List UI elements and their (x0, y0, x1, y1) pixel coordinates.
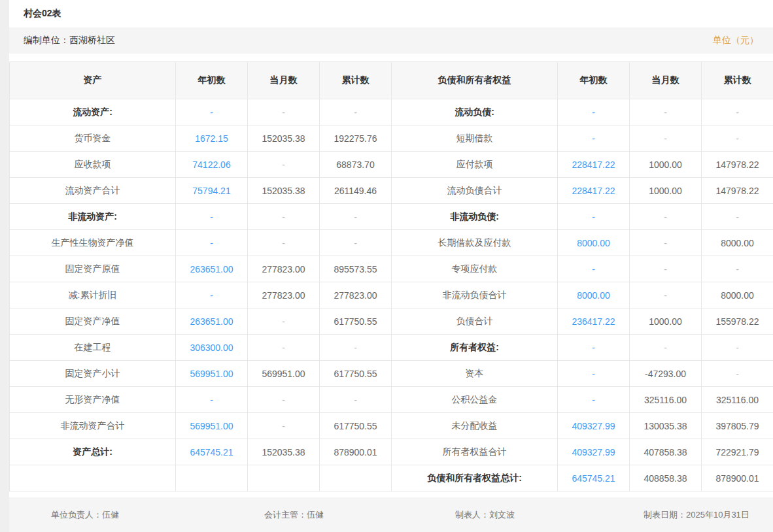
value-year-begin[interactable]: 8000.00 (558, 230, 630, 256)
row-label: 固定资产小计 (10, 361, 176, 387)
column-header: 累计数 (702, 62, 773, 99)
value-cumulative: 325116.00 (702, 387, 773, 413)
value-year-begin[interactable]: 263651.00 (176, 308, 248, 335)
value-year-begin[interactable]: 409327.99 (558, 413, 630, 439)
value-current-month: - (630, 99, 702, 125)
unit-bar: 编制单位：西湖桥社区 单位（元） (9, 27, 773, 54)
value-cumulative: 155978.22 (702, 308, 773, 335)
value-cumulative: 617750.55 (320, 361, 392, 387)
row-label: 流动资产合计 (10, 178, 176, 204)
value-current-month: 408858.38 (630, 465, 702, 491)
signature-footer: 单位负责人：伍健 会计主管：伍健 制表人：刘文波 制表日期：2025年10月31… (9, 497, 773, 532)
value-year-begin: - (176, 282, 248, 308)
value-year-begin[interactable]: 306300.00 (176, 335, 248, 361)
value-year-begin[interactable]: 75794.21 (176, 178, 248, 204)
value-cumulative: 8000.00 (702, 282, 773, 308)
value-cumulative: 261149.46 (320, 178, 392, 204)
value-year-begin[interactable]: 8000.00 (558, 282, 630, 308)
row-label: 非流动负债: (392, 204, 558, 230)
title-bar: 村会02表 (9, 0, 773, 27)
row-label: 资产总计: (10, 439, 176, 465)
value-year-begin[interactable]: 236417.22 (558, 308, 630, 335)
value-year-begin: - (176, 387, 248, 413)
value-cumulative: 277823.00 (320, 282, 392, 308)
value-cumulative: 878900.01 (320, 439, 392, 465)
value-current-month: - (630, 256, 702, 282)
value-current-month: -47293.00 (630, 361, 702, 387)
row-label: 应付款项 (392, 152, 558, 178)
table-row: 生产性生物资产净值---长期借款及应付款8000.00-8000.00 (10, 230, 773, 256)
value-cumulative: 147978.22 (702, 152, 773, 178)
value-cumulative: 895573.55 (320, 256, 392, 282)
table-row: 固定资产小计569951.00569951.00617750.55资本--472… (10, 361, 773, 387)
row-label: 专项应付款 (392, 256, 558, 282)
value-cumulative: - (320, 335, 392, 361)
table-row: 非流动资产:---非流动负债:--- (10, 204, 773, 230)
value-current-month: 1000.00 (630, 178, 702, 204)
value-year-begin: - (558, 361, 630, 387)
value-current-month: 407858.38 (630, 439, 702, 465)
value-year-begin[interactable]: 228417.22 (558, 178, 630, 204)
value-current-month: - (248, 99, 320, 125)
value-current-month: - (630, 204, 702, 230)
value-current-month: - (248, 413, 320, 439)
value-current-month: - (630, 335, 702, 361)
row-label: 在建工程 (10, 335, 176, 361)
value-year-begin: - (176, 230, 248, 256)
value-year-begin[interactable]: 1672.15 (176, 125, 248, 152)
column-header: 当月数 (248, 62, 320, 99)
row-label: 流动资产: (10, 99, 176, 125)
value-year-begin: - (176, 204, 248, 230)
value-year-begin: - (558, 256, 630, 282)
content-panel: 村会02表 编制单位：西湖桥社区 单位（元） 资产年初数当月数累计数负债和所有者… (9, 0, 773, 532)
value-year-begin[interactable]: 569951.00 (176, 361, 248, 387)
value-year-begin: - (558, 387, 630, 413)
row-label: 非流动资产: (10, 204, 176, 230)
row-label: 流动负债: (392, 99, 558, 125)
value-cumulative: - (320, 99, 392, 125)
row-label (10, 465, 176, 491)
accounting-head-label: 会计主管：伍健 (264, 509, 324, 521)
value-cumulative: - (702, 125, 773, 152)
compile-unit-label: 编制单位：西湖桥社区 (24, 35, 115, 46)
row-label: 资本 (392, 361, 558, 387)
report-date-label: 制表日期：2025年10月31日 (644, 509, 749, 521)
value-cumulative: 192275.76 (320, 125, 392, 152)
row-label: 未分配收益 (392, 413, 558, 439)
column-header: 累计数 (320, 62, 392, 99)
table-row: 非流动资产合计569951.00-617750.55未分配收益409327.99… (10, 413, 773, 439)
table-row: 应收款项74122.06-68873.70应付款项228417.221000.0… (10, 152, 773, 178)
value-year-begin[interactable]: 569951.00 (176, 413, 248, 439)
value-year-begin[interactable]: 228417.22 (558, 152, 630, 178)
value-current-month: 1000.00 (630, 152, 702, 178)
table-row: 无形资产净值---公积公益金-325116.00325116.00 (10, 387, 773, 413)
value-cumulative: - (702, 256, 773, 282)
value-year-begin[interactable]: 263651.00 (176, 256, 248, 282)
table-row: 固定资产原值263651.00277823.00895573.55专项应付款--… (10, 256, 773, 282)
value-current-month: - (248, 152, 320, 178)
column-header: 年初数 (558, 62, 630, 99)
table-body: 流动资产:---流动负债:---货币资金1672.15152035.381922… (10, 99, 773, 491)
value-year-begin: - (558, 125, 630, 152)
row-label: 应收款项 (10, 152, 176, 178)
value-year-begin[interactable]: 645745.21 (176, 439, 248, 465)
table-row: 在建工程306300.00--所有者权益:--- (10, 335, 773, 361)
value-year-begin: - (558, 99, 630, 125)
value-cumulative: - (320, 387, 392, 413)
value-year-begin[interactable]: 74122.06 (176, 152, 248, 178)
value-year-begin[interactable]: 645745.21 (558, 465, 630, 491)
unit-head-label: 单位负责人：伍健 (51, 509, 119, 521)
value-cumulative: 617750.55 (320, 308, 392, 335)
row-label: 负债和所有者权益总计: (392, 465, 558, 491)
row-label: 固定资产原值 (10, 256, 176, 282)
value-cumulative: - (702, 99, 773, 125)
value-current-month: - (248, 308, 320, 335)
value-cumulative: 878900.01 (702, 465, 773, 491)
spacer (9, 54, 773, 61)
value-year-begin[interactable]: 409327.99 (558, 439, 630, 465)
value-cumulative: 617750.55 (320, 413, 392, 439)
row-label: 固定资产净值 (10, 308, 176, 335)
table-header-row: 资产年初数当月数累计数负债和所有者权益年初数当月数累计数 (10, 62, 773, 99)
table-row: 资产总计:645745.21152035.38878900.01所有者权益合计4… (10, 439, 773, 465)
value-current-month: 152035.38 (248, 125, 320, 152)
